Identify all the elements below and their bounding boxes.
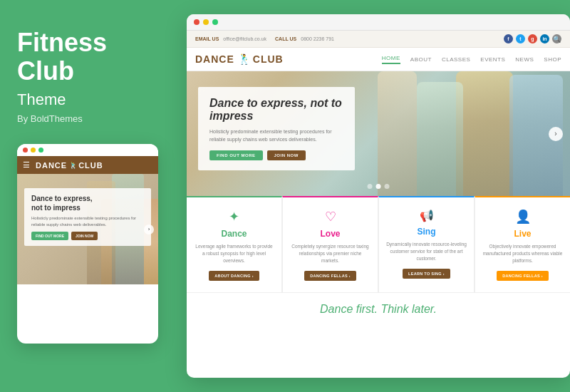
hero-pagination-dots: [368, 184, 390, 189]
call-contact: CALL US 0800 2236 791: [275, 36, 334, 41]
main-subtitle: Theme: [17, 91, 66, 109]
nav-home[interactable]: HOME: [382, 55, 400, 64]
google-plus-icon[interactable]: g: [528, 34, 537, 43]
site-hero: Dance to express, not to impress Holisti…: [187, 71, 570, 196]
love-title: Love: [320, 229, 340, 239]
left-panel: FitnessClub Theme By BoldThemes ☰ DANCE …: [0, 0, 177, 392]
mobile-dot-red: [23, 148, 28, 153]
call-value: 0800 2236 791: [301, 36, 334, 41]
desktop-top-bar: [187, 14, 570, 31]
mobile-hero: Dance to express,not to impress Holistic…: [17, 174, 158, 284]
site-logo: DANCE 🕺 CLUB: [195, 53, 284, 65]
hero-dot-1[interactable]: [368, 184, 373, 189]
site-topbar-left: EMAIL US office@fitclub.co.uk CALL US 08…: [195, 36, 334, 41]
sing-desc: Dynamically innovate resource-leveling c…: [386, 241, 467, 262]
desktop-dot-green: [212, 19, 218, 25]
search-icon[interactable]: 🔍: [552, 34, 561, 43]
by-line: By BoldThemes: [17, 113, 83, 124]
mobile-dot-yellow: [31, 148, 36, 153]
feature-card-love: ♡ Love Completely synergize resource tax…: [282, 196, 378, 293]
nav-news[interactable]: NEWS: [515, 56, 534, 63]
hero-desc: Holisticly predominate extensible testin…: [209, 128, 343, 143]
dance-desc: Leverage agile frameworks to provide a r…: [194, 243, 274, 264]
hero-overlay: Dance to express, not to impress Holisti…: [198, 87, 355, 170]
bottom-tagline: Dance first. Think later.: [195, 303, 561, 316]
mobile-nav: ☰ DANCE 🕺 CLUB: [17, 156, 158, 174]
email-contact: EMAIL US office@fitclub.co.uk: [195, 36, 266, 41]
mobile-mockup: ☰ DANCE 🕺 CLUB Dance to express,not to i…: [17, 144, 158, 344]
hero-person-1: [456, 71, 513, 196]
dance-icon: ✦: [229, 209, 239, 225]
mobile-hero-buttons: FIND OUT MORE JOIN NOW: [31, 232, 144, 240]
live-title: Live: [514, 229, 531, 239]
nav-classes[interactable]: CLASSES: [442, 56, 470, 63]
site-topbar: EMAIL US office@fitclub.co.uk CALL US 08…: [187, 31, 570, 48]
mobile-hero-title: Dance to express,not to impress: [31, 194, 144, 212]
sing-icon: 📢: [420, 209, 434, 222]
desktop-dot-yellow: [203, 19, 209, 25]
mobile-top-bar: [17, 144, 158, 156]
feature-card-live: 👤 Live Objectively innovate empowered ma…: [475, 196, 570, 293]
linkedin-icon[interactable]: in: [540, 34, 549, 43]
mobile-menu-icon: ☰: [23, 160, 30, 170]
love-icon: ♡: [325, 209, 336, 225]
hero-person-2: [417, 82, 463, 196]
hero-dot-3[interactable]: [385, 184, 390, 189]
email-value: office@fitclub.co.uk: [223, 36, 266, 41]
feature-card-dance: ✦ Dance Leverage agile frameworks to pro…: [187, 196, 282, 293]
dance-btn[interactable]: ABOUT DANCING ›: [209, 271, 259, 281]
nav-about[interactable]: ABOUT: [410, 56, 432, 63]
live-desc: Objectively innovate empowered manufactu…: [482, 243, 563, 264]
nav-shop[interactable]: SHOP: [544, 56, 561, 63]
sing-title: Sing: [418, 227, 436, 237]
site-bottom: Dance first. Think later.: [187, 293, 570, 326]
mobile-dancer-icon: 🕺: [68, 162, 77, 169]
mobile-arrow-right[interactable]: ›: [144, 225, 154, 234]
mobile-hero-overlay: Dance to express,not to impress Holistic…: [24, 188, 151, 246]
mobile-join-btn[interactable]: JOIN NOW: [71, 232, 98, 240]
mobile-find-out-btn[interactable]: FIND OUT MORE: [31, 232, 68, 240]
hero-person-4: [378, 71, 417, 196]
dance-title: Dance: [221, 229, 247, 239]
sing-btn[interactable]: LEARN TO SING ›: [403, 269, 450, 279]
live-btn[interactable]: DANCING FELLAS ›: [497, 271, 549, 281]
mobile-logo: DANCE 🕺 CLUB: [36, 161, 103, 170]
love-btn[interactable]: DANCING FELLAS ›: [304, 271, 356, 281]
mobile-dot-green: [38, 148, 43, 153]
logo-text-club: CLUB: [253, 53, 284, 65]
feature-card-sing: 📢 Sing Dynamically innovate resource-lev…: [378, 196, 475, 293]
facebook-icon[interactable]: f: [504, 34, 513, 43]
hero-buttons: FIND OUT MORE JOIN NOW: [209, 150, 343, 160]
desktop-mockup: EMAIL US office@fitclub.co.uk CALL US 08…: [187, 14, 570, 378]
feature-cards: ✦ Dance Leverage agile frameworks to pro…: [187, 196, 570, 293]
hero-arrow-right[interactable]: ›: [549, 127, 563, 141]
logo-text-dance: DANCE: [195, 53, 234, 65]
site-topbar-social: f t g in 🔍: [504, 34, 561, 43]
live-icon: 👤: [515, 209, 531, 225]
mobile-hero-subtitle: Holisticly predominate extensible testin…: [31, 215, 144, 227]
main-title: FitnessClub: [17, 29, 107, 85]
twitter-icon[interactable]: t: [516, 34, 525, 43]
hero-title: Dance to express, not to impress: [209, 97, 343, 123]
site-nav-links: HOME ABOUT CLASSES EVENTS NEWS SHOP: [382, 55, 561, 64]
hero-dot-2[interactable]: [376, 184, 381, 189]
email-label: EMAIL US: [195, 36, 219, 41]
logo-dancer-icon: 🕺: [237, 53, 250, 65]
hero-findout-btn[interactable]: FIND OUT MORE: [209, 150, 263, 160]
desktop-dot-red: [194, 19, 200, 25]
call-label: CALL US: [275, 36, 296, 41]
site-nav: DANCE 🕺 CLUB HOME ABOUT CLASSES EVENTS N…: [187, 48, 570, 71]
hero-join-btn[interactable]: JOIN NOW: [267, 150, 306, 160]
nav-events[interactable]: EVENTS: [480, 56, 505, 63]
love-desc: Completely synergize resource taxing rel…: [290, 243, 370, 264]
